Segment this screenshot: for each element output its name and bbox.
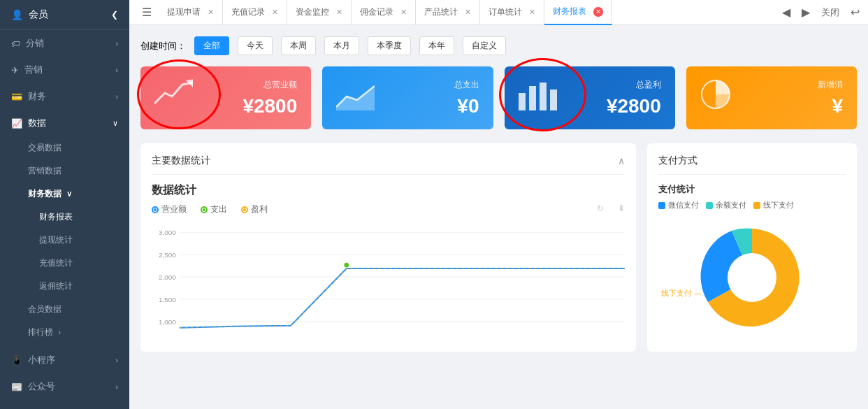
tab-caiwu[interactable]: 财务报表 ✕ [544, 0, 612, 25]
refresh-icon[interactable]: ↩ [848, 6, 862, 19]
filter-btn-quarter[interactable]: 本季度 [368, 36, 411, 55]
offline-label-text: 线下支付 — [661, 289, 702, 297]
sidebar-collapse-icon[interactable]: ❮ [111, 10, 118, 20]
sidebar-sub-chongzhitongji[interactable]: 充值统计 [0, 252, 129, 275]
tab-close-icon[interactable]: ✕ [400, 8, 407, 17]
sidebar-item-caiwu[interactable]: 💳 财务 › [0, 83, 129, 110]
tab-chongzhi[interactable]: 充值记录 ✕ [223, 0, 287, 25]
sidebar-item-xiaochengxu[interactable]: 📱 小程序 › [0, 347, 129, 373]
sidebar-item-label: 小程序 [28, 354, 55, 366]
menu-icon[interactable]: ☰ [135, 6, 159, 19]
tabs-right-controls: ◀ ▶ 关闭 ↩ [779, 6, 862, 19]
stat-card-expense: 总支出 ¥0 [322, 66, 493, 129]
stat-card-value: ¥2800 [243, 95, 297, 117]
legend-wechat-label: 微信支付 [668, 200, 699, 210]
filter-btn-month[interactable]: 本月 [324, 36, 359, 55]
collapse-icon[interactable]: ∧ [618, 155, 625, 166]
legend-balance-label: 余额支付 [716, 200, 746, 210]
tab-close-icon[interactable]: ✕ [336, 8, 342, 17]
sidebar-sub-caiwushuju[interactable]: 财务数据 ∨ [0, 182, 129, 206]
sidebar-sub-huiyuanshuju[interactable]: 会员数据 [0, 298, 129, 321]
expand-icon: ∨ [66, 189, 72, 198]
tab-close-icon[interactable]: ✕ [529, 8, 535, 17]
sidebar-item-gonggonghao[interactable]: 📰 公众号 › [0, 373, 129, 400]
tab-prev-icon[interactable]: ◀ [779, 6, 793, 19]
stat-card-info-new: 新增消 ¥ [743, 79, 843, 117]
sidebar-sub-caiwubaobiao[interactable]: 财务报表 [0, 206, 129, 229]
user-icon: 👤 [11, 9, 23, 20]
svg-point-18 [728, 253, 776, 302]
sidebar-item-yingxiao[interactable]: ✈ 营销 › [0, 57, 129, 83]
svg-rect-2 [519, 93, 526, 110]
payment-panel: 支付方式 支付统计 微信支付 余额支付 线下支付 [647, 143, 857, 352]
tab-yongjin[interactable]: 佣金记录 ✕ [352, 0, 416, 25]
pie-chart-icon [700, 79, 732, 117]
stat-card-value: ¥0 [457, 95, 479, 117]
sidebar-sub-jiaoyishuju[interactable]: 交易数据 [0, 136, 129, 159]
chart-download-icon[interactable]: ⬇ [618, 203, 625, 215]
sub-item-label: 充值统计 [39, 258, 73, 268]
payment-subtitle: 支付统计 [658, 183, 846, 196]
chevron-right-icon: › [58, 328, 61, 336]
sidebar-sub-paihangbang[interactable]: 排行榜 › [0, 321, 129, 344]
stat-card-info-revenue: 总营业额 ¥2800 [204, 79, 297, 117]
xiaochengxu-icon: 📱 [11, 355, 22, 366]
sidebar-item-label: 营销 [24, 64, 43, 76]
stat-card-info-expense: 总支出 ¥0 [386, 79, 479, 117]
sidebar-sub-fankuitongji[interactable]: 返佣统计 [0, 275, 129, 298]
sidebar-sub-yingxiaoshuju[interactable]: 营销数据 [0, 159, 129, 182]
sub-item-label: 营销数据 [28, 166, 62, 175]
chevron-icon: › [115, 39, 118, 48]
sub-item-label: 会员数据 [28, 304, 62, 314]
chevron-icon: › [115, 382, 118, 391]
bottom-section: 主要数据统计 ∧ 数据统计 营业额 [140, 143, 857, 352]
close-all-button[interactable]: 关闭 [818, 6, 842, 19]
chart-refresh-icon[interactable]: ↻ [597, 203, 604, 215]
filter-btn-today[interactable]: 今天 [238, 36, 273, 55]
svg-rect-5 [550, 89, 557, 110]
sidebar-item-label: 分销 [26, 37, 44, 50]
tab-label: 佣金记录 [360, 6, 393, 18]
stat-card-label: 总营业额 [263, 79, 297, 91]
tab-close-icon[interactable]: ✕ [272, 8, 278, 17]
sidebar-sub-tixiantongji[interactable]: 提现统计 [0, 229, 129, 252]
legend-label: 盈利 [251, 203, 268, 215]
chart-panel-header: 主要数据统计 ∧ [152, 155, 625, 175]
filter-btn-week[interactable]: 本周 [281, 36, 316, 55]
tab-next-icon[interactable]: ▶ [799, 6, 813, 19]
filter-btn-all[interactable]: 全部 [194, 36, 229, 55]
svg-rect-4 [540, 82, 547, 110]
filter-btn-year[interactable]: 本年 [419, 36, 454, 55]
tab-close-icon[interactable]: ✕ [465, 8, 471, 17]
sub-item-label: 财务报表 [39, 212, 73, 222]
tab-chanpin[interactable]: 产品统计 ✕ [416, 0, 480, 25]
content-area: 创建时间： 全部 今天 本周 本月 本季度 本年 自定义 总营业额 [129, 25, 868, 409]
payment-legend: 微信支付 余额支付 线下支付 [658, 200, 846, 210]
tab-dingdan[interactable]: 订单统计 ✕ [480, 0, 544, 25]
offline-annotation: 线下支付 — [661, 288, 702, 299]
svg-text:1,000: 1,000 [159, 318, 176, 326]
chevron-icon: › [115, 356, 118, 364]
tab-zijin[interactable]: 资金监控 ✕ [287, 0, 352, 25]
tab-close-active-icon[interactable]: ✕ [593, 7, 603, 17]
tab-tixian[interactable]: 提现申请 ✕ [159, 0, 223, 25]
chevron-icon: ∨ [113, 119, 118, 128]
sidebar-item-fenpiao[interactable]: 🏷 分销 › [0, 30, 129, 57]
offline-dot [753, 202, 760, 209]
svg-rect-3 [529, 86, 536, 110]
legend-offline: 线下支付 [753, 200, 794, 210]
fenpiao-icon: 🏷 [11, 38, 20, 49]
filter-btn-custom[interactable]: 自定义 [463, 36, 506, 55]
legend-label: 营业额 [161, 203, 187, 215]
legend-offline-label: 线下支付 [763, 200, 794, 210]
chevron-icon: › [115, 66, 118, 74]
tab-close-icon[interactable]: ✕ [208, 8, 214, 17]
tab-label: 资金监控 [296, 6, 329, 18]
legend-dot-expense [201, 206, 208, 213]
stat-card-value: ¥ [832, 95, 843, 117]
sidebar-item-shuju[interactable]: 📈 数据 ∨ [0, 110, 129, 136]
sidebar-item-label: 数据 [28, 117, 46, 129]
chevron-icon: › [115, 92, 118, 101]
line-chart-svg: 3,000 2,500 2,000 1,500 1,000 [152, 227, 625, 338]
tab-label: 订单统计 [489, 6, 522, 18]
